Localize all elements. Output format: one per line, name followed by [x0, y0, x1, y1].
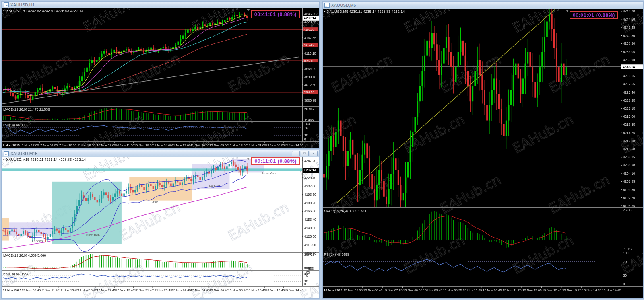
svg-text:13 Nov 06:05: 13 Nov 06:05: [343, 288, 363, 292]
svg-text:-1.912: -1.912: [623, 247, 633, 251]
svg-text:4206.20: 4206.20: [623, 164, 635, 167]
svg-text:100: 100: [304, 122, 310, 126]
pane-separator: [2, 252, 319, 253]
mt4-workspace: { "watermark": "EAHub.cn", "icons": { "s…: [0, 0, 644, 300]
chart-area-m15[interactable]: EAHub.cnEAHub.cnEAHub.cnEAHub.cnEAHub.cn…: [2, 157, 319, 298]
pane-separator: [2, 121, 319, 122]
svg-text:4193.60: 4193.60: [304, 193, 316, 197]
svg-text:70: 70: [304, 126, 308, 130]
svg-text:4232.14: 4232.14: [304, 168, 316, 172]
svg-text:4143.80: 4143.80: [304, 43, 314, 46]
svg-text:10 Nov 03:00: 10 Nov 03:00: [97, 144, 116, 147]
svg-text:13 Nov 06:45: 13 Nov 06:45: [209, 288, 229, 292]
chart-window-xauusd-m15[interactable]: XAUUSD,M15 – □ × EAHub.cnEAHub.cnEAHub.c…: [1, 150, 320, 299]
svg-text:13 Nov 11:25: 13 Nov 11:25: [503, 288, 522, 292]
svg-text:13 Nov 10:05: 13 Nov 10:05: [463, 288, 482, 292]
chart-background: [323, 9, 643, 298]
close-button[interactable]: ×: [310, 151, 318, 156]
svg-text:4038.10: 4038.10: [304, 76, 316, 79]
svg-text:4232.14: 4232.14: [304, 16, 316, 20]
rsi-indicator-label: RSI(14) 66.0995: [3, 123, 28, 127]
svg-text:12 Nov 2025: 12 Nov 2025: [3, 288, 22, 292]
svg-text:13 Nov 06:45: 13 Nov 06:45: [363, 288, 383, 292]
svg-text:4220.40: 4220.40: [304, 176, 316, 180]
svg-text:4064.35: 4064.35: [304, 68, 316, 71]
svg-text:4214.75: 4214.75: [623, 131, 635, 135]
svg-text:4220.35: 4220.35: [304, 20, 316, 24]
ohlc-values: XAUUSD,M5 4230.21 4235.14 4228.83 4232.1…: [327, 10, 405, 14]
svg-text:13 Nov 14:45: 13 Nov 14:45: [602, 288, 621, 292]
svg-text:4113.20: 4113.20: [304, 243, 316, 247]
svg-text:4233.90: 4233.90: [623, 58, 635, 62]
svg-text:10 Nov 11:00: 10 Nov 11:00: [116, 144, 135, 147]
svg-text:-6.465: -6.465: [304, 118, 314, 122]
window-titlebar[interactable]: XAUUSD,M5: [323, 2, 643, 9]
svg-text:30: 30: [304, 134, 308, 137]
svg-text:4208.35: 4208.35: [623, 156, 635, 159]
svg-text:13 Nov 08:45: 13 Nov 08:45: [423, 288, 442, 292]
window-titlebar[interactable]: XAUUSD,M15 – □ ×: [2, 150, 319, 157]
svg-text:7.233: 7.233: [623, 208, 632, 212]
price-chart-svg[interactable]: EAHub.cnEAHub.cnEAHub.cnEAHub.cnEAHub.cn…: [323, 9, 643, 298]
series-marker-icon: ▾: [324, 10, 326, 13]
window-title: XAUUSD,M5: [331, 3, 356, 8]
svg-text:13 Nov 12:05: 13 Nov 12:05: [522, 288, 542, 292]
chart-window-xauusd-h1[interactable]: XAUUSD,H1 EAHub.cnEAHub.cnEAHub.cnEAHub.…: [1, 1, 320, 149]
svg-text:13 Nov 08:45: 13 Nov 08:45: [228, 288, 248, 292]
svg-text:4195.55: 4195.55: [623, 204, 635, 208]
chart-area-m5[interactable]: EAHub.cnEAHub.cnEAHub.cnEAHub.cnEAHub.cn…: [323, 9, 643, 298]
svg-text:12 Nov 17:45: 12 Nov 17:45: [97, 288, 116, 292]
svg-text:3960.85: 3960.85: [304, 99, 316, 103]
chart-window-xauusd-m5[interactable]: XAUUSD,M5 EAHub.cnEAHub.cnEAHub.cnEAHub.…: [322, 1, 644, 299]
svg-text:4216.85: 4216.85: [623, 123, 635, 127]
pane-separator: [323, 207, 643, 208]
series-marker-icon: ▾: [3, 9, 5, 12]
minimize-button[interactable]: –: [292, 151, 300, 156]
pane-separator: [2, 106, 319, 107]
svg-text:12 Nov 23:45: 12 Nov 23:45: [153, 288, 172, 292]
resistance-band: [2, 168, 302, 171]
pane-separator: [323, 251, 643, 251]
price-chart-svg[interactable]: EAHub.cnEAHub.cnEAHub.cnEAHub.cnEAHub.cn…: [2, 8, 319, 148]
window-title: XAUUSD,M15: [10, 151, 37, 156]
session-label: New York: [262, 171, 277, 175]
svg-text:4180.20: 4180.20: [304, 201, 316, 205]
svg-text:4221.15: 4221.15: [623, 107, 635, 111]
svg-text:13 Nov 14:05: 13 Nov 14:05: [582, 288, 601, 292]
svg-text:12 Nov 19:45: 12 Nov 19:45: [116, 288, 135, 292]
svg-text:7 Nov 02:00: 7 Nov 02:00: [40, 144, 58, 147]
pane-separator: [323, 286, 643, 286]
window-title: XAUUSD,H1: [10, 2, 35, 7]
ohlc-values: XAUUSD,M15 4230.21 4235.14 4228.83 4232.…: [6, 158, 86, 162]
svg-text:13 Nov 08:05: 13 Nov 08:05: [403, 288, 423, 292]
svg-text:4246.70: 4246.70: [623, 10, 635, 13]
svg-text:12 Nov 21:45: 12 Nov 21:45: [134, 288, 153, 292]
chart-area-h1[interactable]: EAHub.cnEAHub.cnEAHub.cnEAHub.cnEAHub.cn…: [2, 8, 319, 148]
chart-window-icon: [4, 2, 9, 7]
svg-text:10 Nov 19:00: 10 Nov 19:00: [134, 144, 153, 147]
price-chart-svg[interactable]: EAHub.cnEAHub.cnEAHub.cnEAHub.cnEAHub.cn…: [2, 157, 319, 298]
svg-text:20.426: 20.426: [304, 253, 314, 257]
svg-text:30: 30: [623, 274, 627, 277]
svg-text:11 Nov 12:00: 11 Nov 12:00: [172, 144, 191, 147]
svg-text:100: 100: [623, 251, 629, 255]
countdown-timer: 00:41:01 (0.88%): [251, 10, 300, 18]
window-titlebar[interactable]: XAUUSD,H1: [2, 2, 319, 8]
svg-text:4238.20: 4238.20: [623, 42, 635, 45]
svg-text:4140.00: 4140.00: [304, 226, 316, 230]
svg-text:13 Nov 14:45: 13 Nov 14:45: [284, 288, 303, 292]
svg-text:13 Nov 13:25: 13 Nov 13:25: [562, 288, 582, 292]
svg-text:13 Nov 2025: 13 Nov 2025: [324, 288, 343, 292]
svg-text:4153.40: 4153.40: [304, 218, 316, 222]
chart-window-icon: [4, 151, 9, 156]
session-label: New York: [86, 233, 100, 236]
svg-text:12 Nov 05:00: 12 Nov 05:00: [209, 144, 229, 147]
ohlc-info-line: ▾ XAUUSD,M15 4230.21 4235.14 4228.83 423…: [3, 158, 86, 162]
macd-indicator-label: MACD(12,26,9) 0.605 1.511: [324, 209, 367, 213]
svg-text:4236.05: 4236.05: [623, 50, 635, 54]
svg-text:4199.80: 4199.80: [623, 188, 635, 192]
svg-text:13 Nov 04:45: 13 Nov 04:45: [190, 288, 210, 292]
ohlc-info-line: ▾ XAUUSD,M5 4230.21 4235.14 4228.83 4232…: [324, 10, 405, 14]
maximize-button[interactable]: □: [301, 151, 309, 156]
svg-text:13 Nov 10:45: 13 Nov 10:45: [247, 288, 266, 292]
